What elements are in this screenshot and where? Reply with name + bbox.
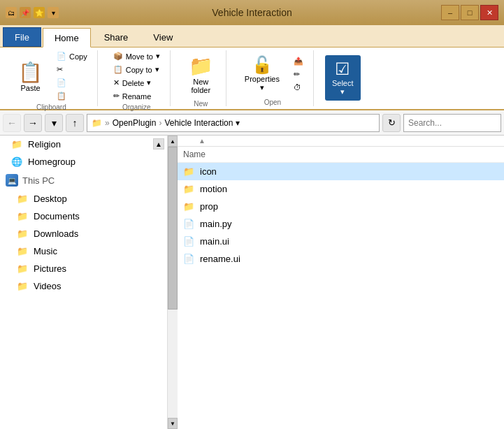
scroll-thumb[interactable] [168, 147, 178, 310]
scroll-track [168, 147, 178, 418]
homegroup-icon: 🌐 [11, 157, 22, 167]
paste-shortcut-button[interactable]: 📋 [52, 90, 92, 102]
select-button[interactable]: ☑ Select ▾ [325, 55, 361, 101]
file-row-motion[interactable]: 📁 motion [178, 180, 504, 198]
select-icon: ☑ [335, 59, 350, 79]
history-button[interactable]: ⏱ [289, 82, 308, 93]
clipboard-group: 📋 Paste 📄 Copy ✂ 📄 📋 Clipboar [6, 50, 98, 106]
sidebar-item-pictures[interactable]: 📁 Pictures [0, 260, 167, 277]
paste-button[interactable]: 📋 Paste [11, 57, 50, 96]
copy-path-button[interactable]: 📄 [52, 77, 92, 89]
breadcrumb-separator1: » [105, 118, 110, 128]
scroll-up-arrow[interactable]: ▲ [168, 136, 178, 147]
new-folder-button[interactable]: 📁 New folder [182, 50, 220, 99]
folder-icon: 📁 [11, 139, 22, 150]
open-label: Open [264, 99, 281, 106]
open-group: 🔓 Properties ▾ 📤 ✏ ⏱ Open [232, 50, 314, 106]
app-icon: 🗂 [6, 7, 17, 18]
breadcrumb-arrow: › [159, 118, 161, 128]
close-button[interactable]: ✕ [480, 5, 498, 20]
file-mainpy-icon: 📄 [183, 219, 194, 229]
new-group: 📁 New folder New [176, 50, 226, 106]
new-folder-icon: 📁 [189, 54, 213, 78]
tab-share[interactable]: Share [92, 27, 141, 47]
up-button[interactable]: ↑ [66, 114, 84, 132]
edit-icon: ✏ [294, 70, 300, 79]
breadcrumb-dropdown[interactable]: ▾ [236, 118, 240, 128]
select-group: ☑ Select ▾ [319, 50, 366, 106]
file-row-prop[interactable]: 📁 prop [178, 198, 504, 215]
folder-prop-icon: 📁 [183, 201, 194, 212]
sort-area: ▲ [178, 136, 504, 147]
breadcrumb-vehicle[interactable]: Vehicle Interaction [164, 118, 233, 128]
desktop-folder-icon: 📁 [17, 194, 28, 204]
dropdown-button[interactable]: ▾ [45, 114, 63, 132]
ribbon: 📋 Paste 📄 Copy ✂ 📄 📋 Clipboar [0, 48, 504, 110]
file-row-renameui[interactable]: 📄 rename.ui [178, 250, 504, 268]
music-folder-icon: 📁 [17, 246, 28, 256]
sidebar-this-pc[interactable]: 💻 This PC [0, 170, 167, 190]
chevron-down-icon4: ▾ [260, 83, 264, 92]
clipboard-label: Clipboard [36, 103, 66, 111]
scroll-down-arrow[interactable]: ▼ [168, 418, 178, 429]
delete-button[interactable]: ✕ Delete ▾ [109, 77, 164, 89]
folder-icon-icon: 📁 [183, 166, 194, 177]
back-icon: ← [7, 117, 17, 129]
copy-to-button[interactable]: 📋 Copy to ▾ [109, 64, 164, 75]
properties-icon: 🔓 [252, 55, 273, 75]
copy-icon: 📄 [57, 52, 66, 61]
file-list-header[interactable]: Name [178, 147, 504, 163]
forward-button[interactable]: → [24, 114, 42, 132]
tab-view[interactable]: View [141, 27, 185, 47]
open-button[interactable]: 📤 [289, 55, 308, 67]
shortcut-icon: 📋 [57, 92, 66, 101]
file-renameui-icon: 📄 [183, 254, 194, 264]
window-controls: – □ ✕ [441, 5, 498, 20]
sidebar-item-videos[interactable]: 📁 Videos [0, 277, 167, 295]
this-pc-icon: 💻 [6, 174, 18, 187]
ribbon-tabs: File Home Share View [0, 25, 504, 48]
sidebar-item-documents[interactable]: 📁 Documents [0, 208, 167, 225]
tab-file[interactable]: File [3, 27, 41, 47]
title-bar-icons: 🗂 📌 ⭐ ▾ [6, 7, 59, 18]
sidebar-item-desktop[interactable]: 📁 Desktop [0, 190, 167, 208]
sidebar-item-downloads[interactable]: 📁 Downloads [0, 225, 167, 242]
sort-arrow: ▲ [199, 137, 206, 145]
move-to-button[interactable]: 📦 Move to ▾ [109, 50, 164, 62]
minimize-button[interactable]: – [441, 5, 459, 20]
organize-label: Organize [122, 103, 151, 111]
file-row-mainui[interactable]: 📄 main.ui [178, 233, 504, 250]
up-icon: ↑ [73, 117, 78, 129]
menu-icon: ▾ [48, 7, 59, 18]
sidebar-item-music[interactable]: 📁 Music [0, 242, 167, 260]
pictures-folder-icon: 📁 [17, 263, 28, 274]
search-input[interactable] [403, 114, 501, 132]
chevron-down-icon: ▾ [156, 52, 160, 61]
rename-icon: ✏ [113, 92, 120, 101]
refresh-icon: ↻ [388, 117, 396, 128]
breadcrumb-openplugin[interactable]: OpenPlugin [113, 118, 157, 128]
videos-folder-icon: 📁 [17, 281, 28, 291]
properties-button[interactable]: 🔓 Properties ▾ [238, 51, 287, 96]
file-row-mainpy[interactable]: 📄 main.py [178, 215, 504, 233]
maximize-button[interactable]: □ [461, 5, 479, 20]
chevron-down-icon3: ▾ [147, 78, 151, 87]
file-list: ▲ Name 📁 icon 📁 motion 📁 prop 📄 main.py [178, 136, 504, 429]
cut-button[interactable]: ✂ [52, 64, 92, 75]
tab-home[interactable]: Home [43, 28, 91, 48]
edit-button[interactable]: ✏ [289, 68, 308, 80]
file-row-icon[interactable]: 📁 icon [178, 163, 504, 180]
downloads-folder-icon: 📁 [17, 228, 28, 239]
sidebar-item-religion[interactable]: 📁 Religion [0, 136, 167, 153]
address-path[interactable]: 📁 » OpenPlugin › Vehicle Interaction ▾ [87, 114, 380, 132]
new-label: New [194, 100, 208, 108]
back-button[interactable]: ← [3, 114, 21, 132]
refresh-button[interactable]: ↻ [382, 114, 401, 132]
copy-button[interactable]: 📄 Copy [52, 50, 92, 62]
sidebar-scroll-up[interactable]: ▲ [153, 138, 164, 150]
forward-icon: → [28, 117, 38, 129]
address-bar: ← → ▾ ↑ 📁 » OpenPlugin › Vehicle Interac… [0, 110, 504, 136]
sidebar-item-homegroup[interactable]: 🌐 Homegroup [0, 153, 167, 170]
open-icon: 📤 [294, 57, 303, 66]
rename-button[interactable]: ✏ Rename [109, 90, 164, 102]
